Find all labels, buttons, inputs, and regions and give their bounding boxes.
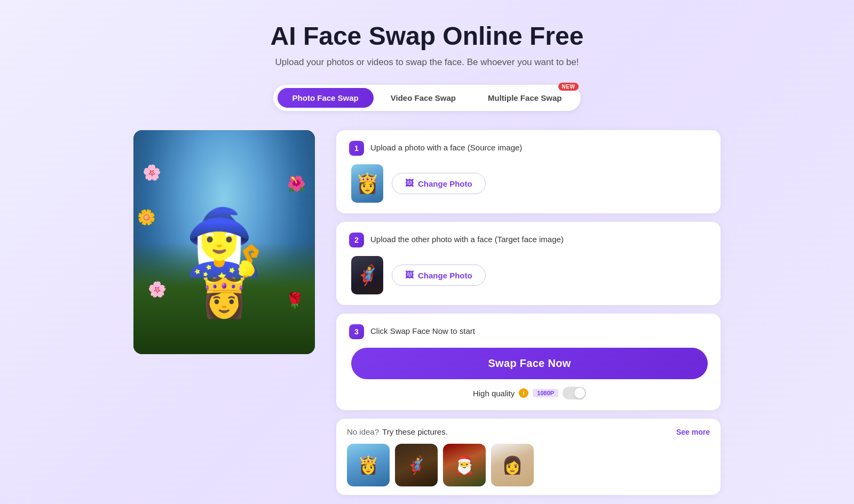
no-idea-text: No idea? [347,427,379,436]
flower-decoration-5: 🌼 [137,209,156,226]
suggestions-left: No idea? Try these pictures. [347,427,448,436]
quality-row: High quality i 1080P [351,387,708,399]
quality-toggle[interactable] [563,387,586,399]
step-2-content: 🦸‍♀️ 🖼 Change Photo [349,256,708,294]
change-source-photo-button[interactable]: 🖼 Change Photo [392,173,486,194]
suggestions-card: No idea? Try these pictures. See more 👸 … [336,419,721,495]
try-text: Try these pictures. [382,427,448,436]
source-photo-emoji: 👸 [355,172,379,195]
step-2-header: 2 Upload the other photo with a face (Ta… [349,233,708,247]
new-badge: NEW [558,83,579,91]
page-title: AI Face Swap Online Free [271,21,584,51]
change-target-photo-button[interactable]: 🖼 Change Photo [392,265,486,286]
girl-figure: 👸 [197,270,251,321]
right-panel: 1 Upload a photo with a face (Source ima… [336,130,721,495]
tabs-bar: Photo Face Swap Video Face Swap Multiple… [273,85,581,111]
source-photo-thumb: 👸 [351,164,383,203]
step-3-label: Click Swap Face Now to start [370,324,475,335]
step-2-label: Upload the other photo with a face (Targ… [370,233,564,244]
step-2-card: 2 Upload the other photo with a face (Ta… [336,222,721,305]
preview-image-inner: 🌸 🌺 🌸 🌹 🌼 👸 [133,130,315,354]
flower-decoration-1: 🌸 [143,164,161,181]
tab-video-face-swap[interactable]: Video Face Swap [376,88,471,108]
step-1-card: 1 Upload a photo with a face (Source ima… [336,130,721,213]
target-photo-thumb: 🦸‍♀️ [351,256,383,294]
quality-info-icon[interactable]: i [519,388,528,398]
camera-icon-2: 🖼 [405,270,414,280]
step-3-content: Swap Face Now High quality i 1080P [349,348,708,399]
step-3-card: 3 Click Swap Face Now to start Swap Face… [336,314,721,410]
suggestion-thumb-4[interactable]: 👩 [491,444,534,486]
flower-decoration-4: 🌹 [286,292,304,309]
main-content: 🌸 🌺 🌸 🌹 🌼 👸 1 Upload a photo with a face… [133,130,721,495]
page-subtitle: Upload your photos or videos to swap the… [275,57,579,68]
tab-multiple-face-swap[interactable]: Multiple Face Swap NEW [473,88,576,108]
quality-badge: 1080P [533,389,558,397]
step-1-content: 👸 🖼 Change Photo [349,164,708,203]
step-1-label: Upload a photo with a face (Source image… [370,141,522,152]
camera-icon-1: 🖼 [405,179,414,188]
flower-decoration-3: 🌸 [148,281,167,298]
suggestion-thumb-2[interactable]: 🦸‍♀️ [395,444,438,486]
suggestions-grid: 👸 🦸‍♀️ 🎅 👩 [347,444,710,486]
suggestion-thumb-1[interactable]: 👸 [347,444,390,486]
step-1-header: 1 Upload a photo with a face (Source ima… [349,141,708,156]
preview-image: 🌸 🌺 🌸 🌹 🌼 👸 [133,130,315,354]
tab-photo-face-swap[interactable]: Photo Face Swap [278,88,374,108]
quality-label: High quality [473,389,515,398]
see-more-link[interactable]: See more [676,428,710,436]
suggestions-header: No idea? Try these pictures. See more [347,427,710,436]
step-3-header: 3 Click Swap Face Now to start [349,324,708,339]
step-2-number: 2 [349,233,364,247]
flower-decoration-2: 🌺 [287,175,306,193]
step-1-number: 1 [349,141,364,156]
target-photo-emoji: 🦸‍♀️ [355,264,379,286]
swap-face-now-button[interactable]: Swap Face Now [351,348,708,379]
suggestion-thumb-3[interactable]: 🎅 [443,444,486,486]
preview-image-container: 🌸 🌺 🌸 🌹 🌼 👸 [133,130,315,354]
step-3-number: 3 [349,324,364,339]
